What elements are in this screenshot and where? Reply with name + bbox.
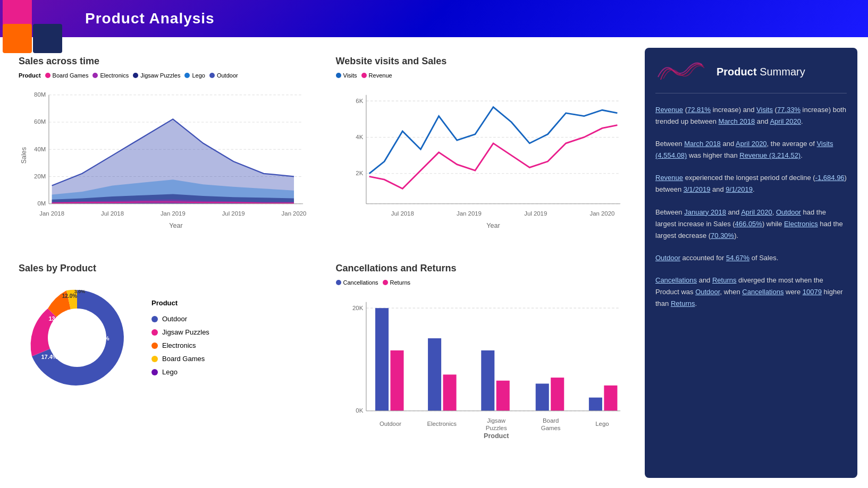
- summary-para-6: Cancellations and Returns diverged the m…: [655, 275, 847, 310]
- legend-label-board-games: Board Games: [53, 72, 89, 79]
- dot-lego: [151, 369, 158, 375]
- svg-rect-53: [390, 350, 403, 410]
- legend-dot-electronics: [92, 73, 98, 78]
- label-outdoor: Outdoor: [162, 315, 187, 323]
- cancellations-svg: 20K 0K Outdoor Electronics Jigsaw Puzzle…: [336, 290, 627, 441]
- dot-jigsaw: [151, 329, 158, 336]
- cancellations-legend: Cancellations Returns: [336, 279, 627, 286]
- page-title: Product Analysis: [85, 10, 215, 27]
- svg-text:80M: 80M: [34, 91, 46, 98]
- svg-text:Jul 2018: Jul 2018: [391, 210, 414, 217]
- svg-text:Jan 2020: Jan 2020: [282, 210, 307, 217]
- svg-text:13.0%: 13.0%: [48, 315, 65, 322]
- dot-outdoor: [151, 316, 158, 322]
- header: Product Analysis: [0, 0, 868, 37]
- donut-legend-title: Product: [151, 299, 209, 307]
- sales-time-chart: Sales across time Product Board Games El…: [11, 48, 317, 244]
- logo-pink: [3, 0, 32, 27]
- svg-text:Product: Product: [484, 432, 509, 440]
- legend-product-label: Product: [19, 72, 41, 79]
- svg-text:Electronics: Electronics: [427, 421, 457, 427]
- legend-revenue: Revenue: [361, 72, 392, 79]
- summary-title: Product Summary: [717, 66, 805, 78]
- legend-electronics-donut: Electronics: [151, 341, 209, 349]
- legend-label-visits: Visits: [343, 72, 357, 79]
- website-visits-title: Website visits and Sales: [336, 56, 627, 67]
- legend-dot-lego: [184, 73, 190, 78]
- legend-label-lego: Lego: [192, 72, 205, 79]
- legend-jigsaw: Jigsaw Puzzles: [133, 72, 180, 79]
- website-visits-svg: 6K 4K 2K Jul 2018 Jan 2019 Jul 2019 Jan …: [336, 83, 627, 234]
- label-electronics: Electronics: [162, 341, 196, 349]
- legend-dot-revenue: [361, 73, 367, 78]
- svg-text:Jigsaw: Jigsaw: [487, 417, 506, 424]
- svg-text:6K: 6K: [356, 98, 363, 104]
- svg-text:Sales: Sales: [20, 147, 28, 164]
- svg-text:Board: Board: [542, 417, 558, 424]
- svg-rect-57: [496, 380, 509, 410]
- summary-para-5: Outdoor accounted for 54.67% of Sales.: [655, 252, 847, 264]
- sales-product-title: Sales by Product: [19, 263, 309, 274]
- legend-jigsaw-donut: Jigsaw Puzzles: [151, 328, 209, 336]
- svg-text:0K: 0K: [356, 407, 363, 414]
- summary-body: Revenue (72.81% increase) and Visits (77…: [655, 104, 847, 320]
- summary-panel: Product Summary Revenue (72.81% increase…: [645, 48, 857, 478]
- logo-dark: [33, 24, 62, 53]
- summary-para-3: Revenue experienced the longest period o…: [655, 172, 847, 195]
- charts-top-row: Sales across time Product Board Games El…: [11, 48, 634, 244]
- charts-area: Sales across time Product Board Games El…: [11, 48, 634, 478]
- svg-text:3.0%: 3.0%: [74, 289, 86, 294]
- svg-rect-59: [551, 378, 564, 411]
- legend-dot-visits: [336, 73, 341, 78]
- legend-label-cancellations: Cancellations: [343, 279, 378, 286]
- donut-legend: Product Outdoor Jigsaw Puzzles Electroni…: [151, 299, 209, 376]
- legend-dot-board-games: [45, 73, 50, 78]
- legend-lego: Lego: [184, 72, 205, 79]
- svg-text:Jul 2019: Jul 2019: [222, 210, 245, 217]
- dot-electronics: [151, 343, 158, 349]
- sales-time-legend: Product Board Games Electronics Jigsaw P…: [19, 72, 309, 79]
- svg-text:54.7%: 54.7%: [92, 335, 109, 341]
- svg-text:40M: 40M: [34, 146, 46, 152]
- sales-product-chart: Sales by Product: [11, 255, 317, 451]
- sales-time-svg: 80M 60M 40M 20M 0M Jan 2018 Jul 2018 Jan…: [19, 83, 309, 234]
- svg-text:Outdoor: Outdoor: [379, 421, 401, 427]
- svg-text:0M: 0M: [37, 200, 46, 207]
- legend-electronics: Electronics: [92, 72, 129, 79]
- svg-rect-60: [588, 397, 602, 410]
- charts-bottom-row: Sales by Product: [11, 255, 634, 451]
- svg-rect-61: [604, 386, 617, 411]
- legend-outdoor-donut: Outdoor: [151, 315, 209, 323]
- legend-visits: Visits: [336, 72, 357, 79]
- label-lego: Lego: [162, 368, 178, 376]
- svg-text:Jan 2020: Jan 2020: [589, 210, 614, 217]
- svg-text:Lego: Lego: [595, 421, 609, 427]
- logo: [0, 0, 69, 64]
- legend-label-jigsaw: Jigsaw Puzzles: [140, 72, 180, 79]
- legend-dot-outdoor: [209, 73, 215, 78]
- summary-waves-icon: [655, 58, 709, 85]
- legend-dot-jigsaw: [133, 73, 138, 78]
- svg-text:60M: 60M: [34, 118, 46, 125]
- svg-text:Jan 2019: Jan 2019: [161, 210, 186, 217]
- main-content: Sales across time Product Board Games El…: [0, 37, 868, 488]
- svg-rect-58: [535, 383, 549, 410]
- legend-board-games: Board Games: [45, 72, 89, 79]
- legend-boardgames-donut: Board Games: [151, 355, 209, 363]
- summary-title-bold: Product: [717, 66, 757, 78]
- svg-rect-56: [481, 350, 494, 410]
- svg-text:17.4%: 17.4%: [41, 354, 57, 360]
- legend-label-electronics: Electronics: [100, 72, 129, 79]
- dot-board-games: [151, 356, 158, 362]
- summary-header: Product Summary: [655, 58, 847, 93]
- svg-text:Games: Games: [541, 425, 560, 431]
- donut-area: 54.7% 17.4% 13.0% 12.0% 3.0% Product Out…: [19, 279, 309, 396]
- summary-para-4: Between January 2018 and April 2020, Out…: [655, 207, 847, 242]
- svg-text:Year: Year: [169, 222, 182, 229]
- svg-text:20K: 20K: [352, 304, 363, 311]
- svg-text:Puzzles: Puzzles: [485, 425, 507, 431]
- cancellations-chart: Cancellations and Returns Cancellations …: [328, 255, 635, 451]
- svg-text:Jul 2019: Jul 2019: [524, 210, 547, 217]
- legend-lego-donut: Lego: [151, 368, 209, 376]
- svg-text:Year: Year: [486, 222, 500, 229]
